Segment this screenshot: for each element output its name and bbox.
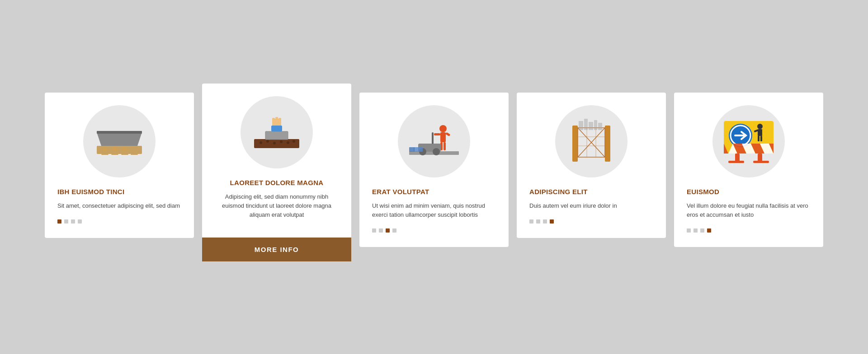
svg-rect-37 [605, 126, 610, 162]
svg-rect-34 [414, 147, 423, 152]
dot-5-3 [700, 228, 704, 233]
card-5-body: Vel illum dolore eu feugiat nulla facili… [687, 201, 811, 219]
card-2: LAOREET DOLORE MAGNA Adipiscing elit, se… [202, 84, 351, 262]
dot-3-2 [379, 228, 383, 233]
svg-point-15 [287, 141, 289, 144]
card-4-dots [529, 219, 554, 227]
svg-rect-60 [728, 161, 744, 163]
card-3-icon-circle [398, 105, 470, 177]
paving-icon [250, 110, 304, 155]
card-3-title: ERAT VOLUTPAT [372, 187, 429, 196]
svg-rect-19 [272, 118, 275, 122]
svg-rect-22 [271, 126, 282, 131]
dot-5-2 [693, 228, 698, 233]
dot-3-3 [386, 228, 390, 233]
card-2-icon-circle [241, 96, 313, 168]
road-base-icon [92, 119, 146, 164]
svg-rect-54 [758, 129, 762, 136]
card-1-body: Sit amet, consectetuer adipiscing elit, … [57, 201, 180, 210]
svg-rect-25 [440, 132, 446, 142]
construction-sign-icon [717, 116, 780, 166]
svg-point-16 [292, 140, 295, 143]
svg-rect-20 [275, 117, 278, 122]
svg-rect-55 [758, 136, 760, 141]
fence-icon [564, 116, 618, 166]
card-1: IBH EUISMOD TINCI Sit amet, consectetuer… [45, 93, 194, 238]
svg-rect-36 [572, 126, 578, 162]
svg-rect-49 [598, 123, 602, 130]
card-3-dots [372, 228, 396, 236]
svg-point-14 [280, 140, 283, 143]
dot-5-1 [687, 228, 691, 233]
svg-rect-21 [278, 118, 281, 122]
card-1-icon-circle [83, 105, 156, 177]
dot-4-2 [536, 219, 540, 224]
card-3: ERAT VOLUTPAT Ut wisi enim ad minim veni… [359, 93, 509, 247]
svg-rect-56 [760, 136, 762, 141]
svg-rect-45 [579, 121, 583, 130]
svg-rect-29 [445, 132, 450, 136]
svg-rect-33 [432, 132, 434, 144]
worker-icon [405, 119, 463, 164]
card-5-icon-circle [712, 105, 785, 177]
more-info-button[interactable]: MORE INFO [202, 238, 351, 261]
svg-rect-46 [584, 119, 588, 130]
dot-5-4 [707, 228, 711, 233]
dot-4-3 [543, 219, 547, 224]
card-5: EUISMOD Vel illum dolore eu feugiat null… [674, 93, 823, 247]
card-1-dots [57, 219, 82, 227]
card-5-title: EUISMOD [687, 187, 719, 196]
card-1-title: IBH EUISMOD TINCI [57, 187, 124, 196]
svg-point-32 [433, 148, 440, 155]
dot-3-4 [392, 228, 396, 233]
dot-3-1 [372, 228, 376, 233]
svg-point-13 [273, 142, 276, 144]
svg-point-11 [259, 141, 262, 144]
dot-4-1 [529, 219, 533, 224]
card-4-body: Duis autem vel eum iriure dolor in [529, 201, 617, 210]
dot-4-4 [550, 219, 554, 224]
svg-rect-47 [589, 122, 593, 130]
svg-rect-9 [97, 131, 142, 134]
card-5-dots [687, 228, 711, 236]
svg-marker-8 [97, 132, 142, 146]
svg-rect-61 [753, 161, 769, 163]
card-4-icon-circle [555, 105, 627, 177]
dot-1-3 [71, 219, 75, 224]
dot-1-1 [57, 219, 61, 224]
card-3-body: Ut wisi enim ad minim veniam, quis nostr… [372, 201, 496, 219]
cards-container: IBH EUISMOD TINCI Sit amet, consectetuer… [45, 93, 823, 262]
svg-point-53 [757, 124, 763, 129]
card-4-title: ADIPISCING ELIT [529, 187, 588, 196]
card-4: ADIPISCING ELIT Duis autem vel eum iriur… [517, 93, 666, 238]
svg-rect-27 [443, 142, 446, 150]
svg-rect-17 [265, 131, 288, 140]
dot-1-2 [64, 219, 68, 224]
card-2-title: LAOREET DOLORE MAGNA [230, 178, 324, 187]
svg-rect-35 [409, 147, 415, 152]
svg-point-12 [266, 140, 269, 143]
dot-1-4 [78, 219, 82, 224]
svg-point-24 [439, 125, 447, 132]
svg-rect-48 [594, 120, 597, 130]
card-2-body: Adipiscing elit, sed diam nonummy nibh e… [215, 192, 339, 219]
svg-rect-28 [434, 133, 440, 135]
